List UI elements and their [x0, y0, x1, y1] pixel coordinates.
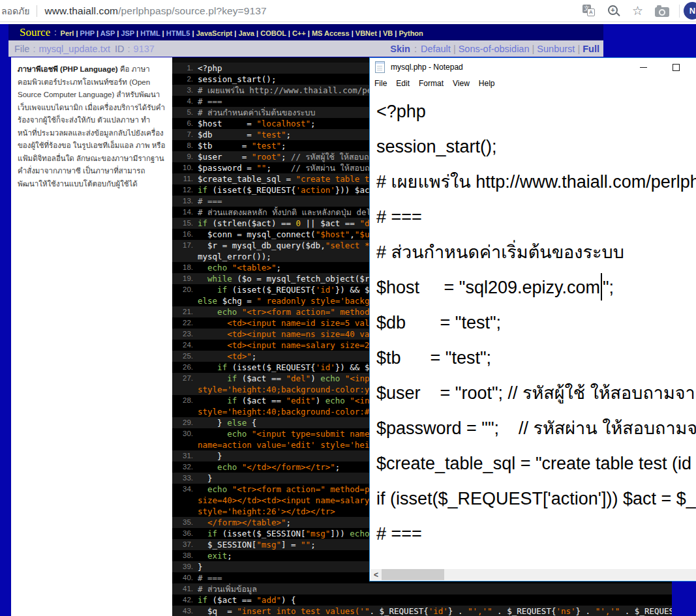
nav-link-php[interactable]: PHP	[80, 29, 95, 37]
code-text: $q = "insert into test values('". $_REQU…	[198, 606, 672, 616]
code-text: mysql_error());	[198, 251, 271, 262]
nav-link-jsp[interactable]: JSP	[121, 29, 134, 37]
skin-link-full[interactable]: Full	[583, 44, 599, 54]
notepad-line: # เผยแพร่ใน http://www.thaiall.com/perlp…	[376, 164, 696, 199]
nav-separator: |	[377, 29, 383, 37]
skin-link-default[interactable]: Default	[421, 44, 451, 54]
notepad-title: mysql.php - Notepad	[391, 63, 463, 72]
nav-separator: |	[393, 29, 399, 37]
nav-link-vbnet[interactable]: VBNet	[356, 29, 377, 37]
minimize-button[interactable]	[631, 58, 656, 76]
code-text: $tb = "test";	[198, 140, 286, 151]
skin-link-sons-of-obsidian[interactable]: Sons-of-obsidian	[459, 44, 530, 54]
code-text: echo "</td></form></tr>";	[198, 462, 340, 473]
url-host: www.thaiall.com	[45, 5, 119, 16]
nav-link-cobol[interactable]: COBOL	[260, 29, 286, 37]
skin-link-sunburst[interactable]: Sunburst	[537, 44, 575, 54]
code-row: 42.if ($act == "add") {	[172, 594, 672, 606]
line-number: 33.	[172, 473, 198, 484]
line-number: 1.	[172, 63, 198, 74]
menu-file[interactable]: File	[370, 79, 391, 88]
scrollbar-thumb[interactable]	[382, 569, 444, 580]
line-number: 32.	[172, 462, 198, 473]
line-number	[172, 295, 198, 306]
code-text: style='height:26'></td></tr>	[198, 506, 335, 517]
scroll-left-arrow[interactable]: <	[371, 569, 382, 580]
code-text: # ส่วนกำหนดค่าเริ่มต้นของระบบ	[198, 107, 315, 118]
translate-icon[interactable]: 文 A	[583, 5, 596, 18]
line-number: 3.	[172, 85, 198, 96]
line-number: 19.	[172, 273, 198, 284]
nav-link-python[interactable]: Python	[399, 29, 423, 37]
line-number: 6.	[172, 118, 198, 129]
code-text: while ($o = mysql_fetch_object($r)) {	[198, 273, 389, 284]
code-text: if ($act == "add") {	[198, 594, 296, 606]
line-number: 31.	[172, 450, 198, 462]
line-number: 36.	[172, 528, 198, 539]
id-colon: :	[128, 44, 130, 54]
code-text: # ===	[198, 196, 222, 207]
notepad-line: $user = "root"; // รหัสผู้ใช้ ให้สอบถามจ…	[376, 375, 696, 411]
line-number: 15.	[172, 218, 198, 229]
file-bar: File : mysql_update.txt ID : 9137 Skin :…	[8, 40, 603, 57]
menu-edit[interactable]: Edit	[391, 79, 414, 88]
skin-switcher: Skin : Default | Sons-of-obsidian | Sunb…	[390, 40, 599, 57]
zoom-in-icon[interactable]: +	[607, 5, 620, 18]
skin-label: Skin	[390, 44, 410, 54]
nav-link-perl[interactable]: Perl	[61, 29, 74, 37]
skin-links: Default | Sons-of-obsidian | Sunburst | …	[421, 44, 599, 54]
notepad-titlebar[interactable]: mysql.php - Notepad	[370, 58, 696, 76]
file-label: File	[14, 44, 29, 54]
address-url[interactable]: www.thaiall.com/perlphpasp/source.pl?key…	[45, 5, 267, 17]
code-row: 41.# ส่วนเพิ่มข้อมูล	[172, 583, 672, 594]
bookmark-star-icon[interactable]: ☆	[632, 5, 643, 18]
line-number: 37.	[172, 539, 198, 550]
horizontal-scrollbar[interactable]: <	[371, 569, 696, 580]
line-number: 30.	[172, 428, 198, 439]
notepad-app-icon	[375, 61, 385, 73]
line-number: 10.	[172, 162, 198, 173]
menu-view[interactable]: View	[448, 79, 474, 88]
code-text: <?php	[198, 63, 222, 74]
code-text: </form></table>";	[198, 517, 291, 528]
notepad-line: if (isset($_REQUEST['action'])) $act = $…	[376, 481, 696, 516]
nav-link-c-[interactable]: C++	[292, 29, 306, 37]
address-separator	[37, 5, 37, 17]
line-number: 38.	[172, 550, 198, 561]
line-number: 39.	[172, 561, 198, 572]
notepad-line: <?php	[376, 94, 696, 129]
line-number	[172, 439, 198, 450]
nav-link-java[interactable]: Java	[239, 29, 254, 37]
line-number: 22.	[172, 317, 198, 329]
menu-format[interactable]: Format	[414, 79, 448, 88]
nav-link-html5[interactable]: HTML5	[166, 29, 190, 37]
code-text: # ===	[198, 96, 222, 107]
nav-separator: |	[306, 29, 312, 37]
browser-address-bar[interactable]: ลอดภัย www.thaiall.com/perlphpasp/source…	[0, 0, 696, 22]
code-text: $db = "test";	[198, 129, 291, 140]
code-text: exit;	[198, 550, 232, 561]
line-number: 21.	[172, 306, 198, 317]
file-colon: :	[33, 44, 35, 54]
nav-link-asp[interactable]: ASP	[100, 29, 115, 37]
profile-avatar[interactable]: N	[684, 2, 696, 20]
notepad-content[interactable]: <?phpsession_start();# เผยแพร่ใน http://…	[371, 91, 696, 559]
nav-link-vb[interactable]: VB	[383, 29, 393, 37]
line-number: 42.	[172, 594, 198, 606]
line-number: 25.	[172, 351, 198, 362]
menu-help[interactable]: Help	[474, 79, 500, 88]
nav-link-html[interactable]: HTML	[140, 29, 160, 37]
line-number: 20.	[172, 284, 198, 295]
minimize-icon	[640, 67, 647, 68]
id-value: 9137	[134, 44, 155, 54]
translate-icon-glyph-a: A	[587, 8, 595, 16]
nav-link-javascript[interactable]: JavaScript	[196, 29, 233, 37]
maximize-button[interactable]	[663, 58, 688, 76]
page-title: Source	[20, 26, 50, 39]
code-text: }	[198, 561, 203, 572]
camera-icon[interactable]	[655, 7, 669, 17]
line-number	[172, 251, 198, 262]
code-text: $host = "localhost";	[198, 118, 316, 129]
line-number: 11.	[172, 173, 198, 184]
nav-link-ms-access[interactable]: MS Access	[312, 29, 350, 37]
